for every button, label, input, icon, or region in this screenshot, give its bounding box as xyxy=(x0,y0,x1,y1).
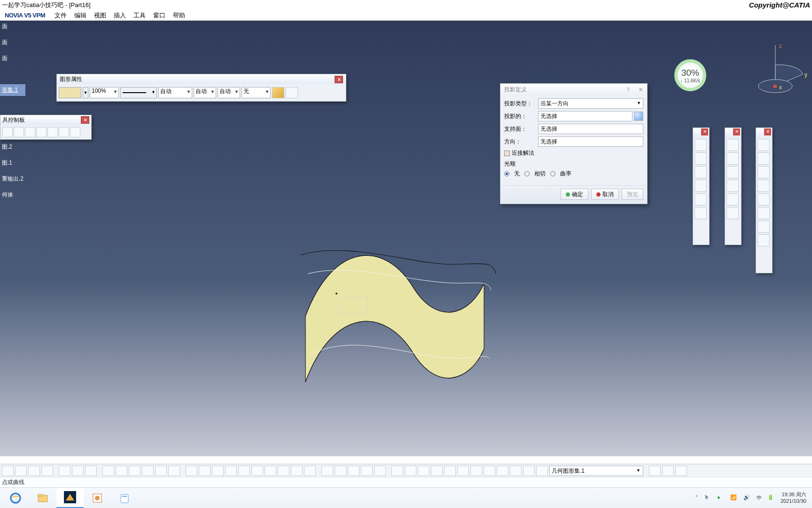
tool-icon[interactable] xyxy=(470,466,482,476)
taskbar-clock[interactable]: 19:38 周六 2021/10/30 xyxy=(781,492,806,504)
projection-title-bar[interactable]: 投影定义 ? ✕ xyxy=(500,84,647,95)
tray-volume-icon[interactable]: 🔊 xyxy=(743,494,751,502)
symbol-dropdown[interactable]: 无 xyxy=(242,87,271,98)
tool-icon[interactable] xyxy=(142,466,154,476)
tool-icon[interactable] xyxy=(649,466,661,476)
tree-item[interactable]: 图.2 xyxy=(0,141,25,153)
tool-icon[interactable] xyxy=(102,466,114,476)
graphic-properties-dialog[interactable]: 图形属性 ✕ ▼ 100% 自动 自动 自动 无 xyxy=(56,74,346,102)
tool-control-title[interactable]: 具控制板 ✕ xyxy=(0,115,91,125)
tool-icon[interactable] xyxy=(444,466,456,476)
line-type-dropdown[interactable]: 自动 xyxy=(194,87,216,98)
tool-icon[interactable] xyxy=(186,466,197,476)
tool-icon[interactable] xyxy=(47,127,58,137)
compass[interactable]: z y x xyxy=(756,41,807,95)
tool-icon[interactable] xyxy=(116,466,127,476)
menu-tools[interactable]: 工具 xyxy=(130,10,149,21)
tool-icon[interactable] xyxy=(155,466,167,476)
tray-chevron-up-icon[interactable]: ˄ xyxy=(695,495,698,501)
tool-icon[interactable] xyxy=(757,193,770,206)
tree-item[interactable]: 形集.1 xyxy=(0,84,25,96)
tool-icon[interactable] xyxy=(70,127,80,137)
tool-icon[interactable] xyxy=(695,139,707,151)
layer-dropdown[interactable]: 自动 xyxy=(218,87,240,98)
tool-icon[interactable] xyxy=(726,180,739,192)
color-swatch[interactable] xyxy=(59,87,81,98)
projected-field[interactable]: 无选择 xyxy=(538,111,632,121)
tool-icon[interactable] xyxy=(212,466,224,476)
tool-icon[interactable] xyxy=(695,166,707,178)
tray-wifi-icon[interactable]: 📶 xyxy=(730,494,738,502)
tool-icon[interactable] xyxy=(484,466,495,476)
tool-icon[interactable] xyxy=(675,466,687,476)
tool-icon[interactable] xyxy=(129,466,141,476)
tool-icon[interactable] xyxy=(251,466,263,476)
tool-icon[interactable] xyxy=(265,466,276,476)
vertical-toolbar-3[interactable]: ✕ xyxy=(756,127,773,273)
tool-icon[interactable] xyxy=(304,466,316,476)
menu-edit[interactable]: 编辑 xyxy=(70,10,90,21)
tray-ime-label[interactable]: 中 xyxy=(757,494,762,501)
tree-item[interactable]: 何体 xyxy=(0,189,25,201)
taskbar-explorer-icon[interactable] xyxy=(29,488,56,508)
tool-icon[interactable] xyxy=(59,127,69,137)
tool-icon[interactable] xyxy=(291,466,303,476)
tool-icon[interactable] xyxy=(15,466,27,476)
tool-icon[interactable] xyxy=(726,152,739,165)
tool-icon[interactable] xyxy=(28,466,40,476)
spec-tree[interactable]: 面 面 面 形集.1 图.1 图.2 图.1 重输出.2 何体 xyxy=(0,21,25,201)
selection-helper-icon[interactable] xyxy=(634,111,643,121)
tool-icon[interactable] xyxy=(2,127,13,137)
tool-icon[interactable] xyxy=(695,180,707,192)
tool-icon[interactable] xyxy=(757,234,770,246)
tool-icon[interactable] xyxy=(238,466,250,476)
radio-tangent[interactable] xyxy=(524,171,530,176)
menu-help[interactable]: 帮助 xyxy=(169,10,189,21)
radio-curvature[interactable] xyxy=(550,171,555,176)
tree-item[interactable]: 面 xyxy=(0,37,25,48)
menu-file[interactable]: 文件 xyxy=(51,10,70,21)
taskbar-app-icon[interactable] xyxy=(111,488,138,508)
projection-type-dropdown[interactable]: 沿某一方向 xyxy=(538,98,643,109)
tool-icon[interactable] xyxy=(168,466,180,476)
cancel-button[interactable]: 取消 xyxy=(591,189,619,200)
tool-icon[interactable] xyxy=(374,466,386,476)
tree-item[interactable]: 重输出.2 xyxy=(0,173,25,185)
tool-icon[interactable] xyxy=(278,466,289,476)
tool-icon[interactable] xyxy=(321,466,333,476)
tool-icon[interactable] xyxy=(726,193,739,206)
color-dropdown-arrow[interactable]: ▼ xyxy=(83,87,88,98)
vertical-toolbar-1[interactable]: ✕ xyxy=(693,127,710,245)
brush-icon[interactable] xyxy=(272,87,284,98)
tool-icon[interactable] xyxy=(695,193,707,206)
tool-icon[interactable] xyxy=(418,466,429,476)
projection-definition-dialog[interactable]: 投影定义 ? ✕ 投影类型： 沿某一方向 投影的： 无选择 支持面： 无选择 方… xyxy=(500,83,648,204)
tool-icon[interactable] xyxy=(695,207,707,219)
tool-icon[interactable] xyxy=(457,466,469,476)
tree-item[interactable]: 面 xyxy=(0,21,25,32)
close-icon[interactable]: ✕ xyxy=(638,86,643,93)
tool-icon[interactable] xyxy=(14,127,24,137)
opacity-dropdown[interactable]: 100% xyxy=(90,87,119,98)
tool-icon[interactable] xyxy=(510,466,522,476)
close-icon[interactable]: ✕ xyxy=(701,128,708,135)
tool-icon[interactable] xyxy=(536,466,548,476)
vertical-toolbar-2[interactable]: ✕ xyxy=(725,127,742,245)
tool-icon[interactable] xyxy=(757,180,770,192)
radio-none[interactable] xyxy=(504,171,509,176)
tool-icon[interactable] xyxy=(431,466,443,476)
help-icon[interactable]: ? xyxy=(626,87,630,93)
taskbar-catia-icon[interactable] xyxy=(56,488,84,508)
tool-icon[interactable] xyxy=(199,466,211,476)
tool-icon[interactable] xyxy=(726,139,739,151)
close-icon[interactable]: ✕ xyxy=(81,116,89,124)
tool-icon[interactable] xyxy=(757,139,770,151)
tool-icon[interactable] xyxy=(72,466,84,476)
support-field[interactable]: 无选择 xyxy=(538,124,643,134)
tool-icon[interactable] xyxy=(25,127,35,137)
tool-icon[interactable] xyxy=(335,466,346,476)
menu-insert[interactable]: 插入 xyxy=(110,10,130,21)
taskbar-ie-icon[interactable] xyxy=(2,488,29,508)
tool-icon[interactable] xyxy=(662,466,674,476)
checkbox-icon[interactable] xyxy=(504,151,510,156)
